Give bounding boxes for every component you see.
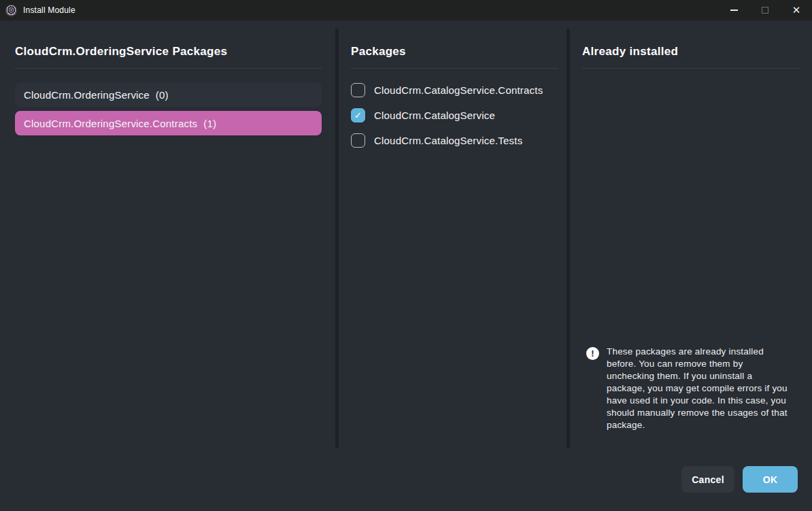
info-text: These packages are already installed bef… <box>607 346 789 431</box>
header-divider <box>351 68 558 69</box>
ok-button[interactable]: OK <box>743 466 798 493</box>
already-installed-header: Already installed <box>582 45 678 59</box>
install-module-window: Install Module ✕ CloudCrm.OrderingServic… <box>0 0 812 511</box>
info-block: ! These packages are already installed b… <box>586 346 789 431</box>
close-button[interactable]: ✕ <box>781 0 812 20</box>
maximize-button[interactable] <box>749 0 781 20</box>
module-item-count: (0) <box>156 89 169 101</box>
maximize-icon <box>762 7 768 14</box>
package-label: CloudCrm.CatalogService <box>374 110 495 121</box>
exclamation-icon: ! <box>586 347 599 360</box>
module-list: CloudCrm.OrderingService (0) CloudCrm.Or… <box>15 82 322 135</box>
package-row-catalogservice-contracts[interactable]: ✓ CloudCrm.CatalogService.Contracts <box>351 83 558 97</box>
module-item-label: CloudCrm.OrderingService.Contracts <box>24 118 197 129</box>
header-divider <box>582 68 800 69</box>
module-item-count: (1) <box>203 118 216 129</box>
check-icon: ✓ <box>354 110 362 120</box>
checkbox[interactable]: ✓ <box>351 108 365 122</box>
checkbox[interactable]: ✓ <box>351 83 365 97</box>
titlebar: Install Module ✕ <box>0 0 812 20</box>
packages-header: Packages <box>351 45 406 59</box>
main-content: CloudCrm.OrderingService Packages CloudC… <box>0 20 812 511</box>
window-controls: ✕ <box>718 0 812 20</box>
module-item-orderingservice[interactable]: CloudCrm.OrderingService (0) <box>15 82 322 107</box>
module-item-label: CloudCrm.OrderingService <box>24 89 150 101</box>
checkbox[interactable]: ✓ <box>351 133 365 148</box>
package-row-catalogservice-tests[interactable]: ✓ CloudCrm.CatalogService.Tests <box>351 133 558 148</box>
column-splitter[interactable] <box>335 29 339 448</box>
app-logo-icon <box>5 5 17 16</box>
package-label: CloudCrm.CatalogService.Contracts <box>374 84 543 96</box>
window-title: Install Module <box>23 5 75 15</box>
package-list: ✓ CloudCrm.CatalogService.Contracts ✓ Cl… <box>351 83 558 148</box>
minimize-button[interactable] <box>718 0 749 20</box>
packages-panel: Packages ✓ CloudCrm.CatalogService.Contr… <box>351 20 558 511</box>
cancel-button[interactable]: Cancel <box>681 466 734 493</box>
already-installed-panel: Already installed ! These packages are a… <box>582 20 800 511</box>
minimize-icon <box>730 10 738 11</box>
close-icon: ✕ <box>792 5 801 16</box>
package-label: CloudCrm.CatalogService.Tests <box>374 135 522 146</box>
package-row-catalogservice[interactable]: ✓ CloudCrm.CatalogService <box>351 108 558 122</box>
header-divider <box>15 68 322 69</box>
column-splitter[interactable] <box>566 29 570 448</box>
module-item-orderingservice-contracts[interactable]: CloudCrm.OrderingService.Contracts (1) <box>15 111 322 135</box>
module-packages-header: CloudCrm.OrderingService Packages <box>15 45 227 59</box>
module-packages-panel: CloudCrm.OrderingService Packages CloudC… <box>15 20 322 511</box>
